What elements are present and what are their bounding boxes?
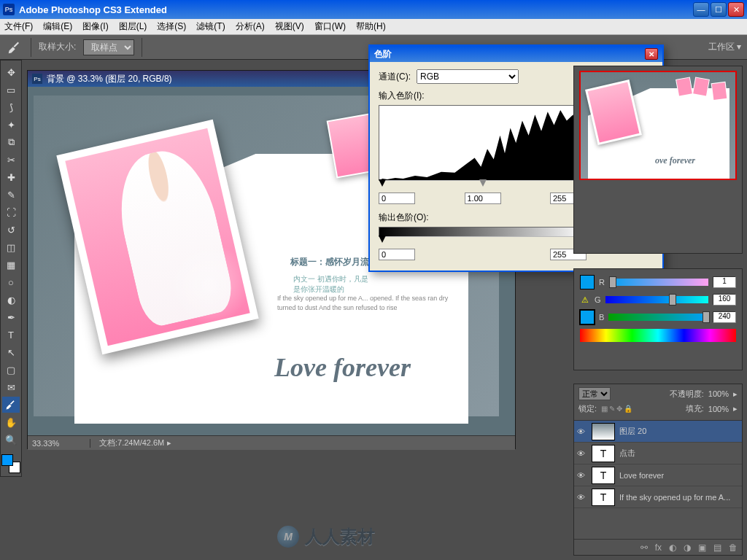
crop-tool[interactable]: ⧉ xyxy=(2,134,20,150)
output-black-slider[interactable] xyxy=(379,236,386,243)
menu-analysis[interactable]: 分析(A) xyxy=(236,20,265,33)
menu-image[interactable]: 图像(I) xyxy=(82,20,108,33)
layer-thumbnail[interactable]: T xyxy=(592,445,615,462)
group-icon[interactable]: ▣ xyxy=(698,542,706,553)
move-tool[interactable]: ✥ xyxy=(2,64,20,80)
path-tool[interactable]: ↖ xyxy=(2,344,20,360)
dialog-close-button[interactable]: ✕ xyxy=(645,48,658,60)
workspace-dropdown[interactable]: 工作区 ▾ xyxy=(708,41,741,53)
color-swatch-fg[interactable] xyxy=(580,275,595,289)
lock-all-icon[interactable]: 🔒 xyxy=(624,405,632,413)
fill-arrow-icon[interactable]: ▸ xyxy=(733,404,738,413)
adjustment-layer-icon[interactable]: ◑ xyxy=(684,542,691,553)
brush-tool[interactable]: ✎ xyxy=(2,187,20,203)
type-tool[interactable]: T xyxy=(2,327,20,343)
menu-help[interactable]: 帮助(H) xyxy=(356,20,386,33)
layer-mask-icon[interactable]: ◐ xyxy=(669,542,676,553)
color-swatch-bg[interactable] xyxy=(580,310,595,324)
navigator-thumbnail[interactable]: ove forever xyxy=(579,71,737,180)
black-point-slider[interactable] xyxy=(379,179,386,187)
opacity-arrow-icon[interactable]: ▸ xyxy=(733,389,738,399)
lasso-tool[interactable]: ⟆ xyxy=(2,99,20,115)
blend-mode-select[interactable]: 正常 xyxy=(578,387,611,400)
r-value[interactable]: 1 xyxy=(713,276,736,288)
input-gamma-field[interactable] xyxy=(465,192,501,204)
stamp-tool[interactable]: ⛶ xyxy=(2,204,20,220)
layer-row[interactable]: 👁 图层 20 xyxy=(574,421,742,443)
shape-tool[interactable]: ▢ xyxy=(2,362,20,378)
wand-tool[interactable]: ✦ xyxy=(2,117,20,133)
color-swatch[interactable] xyxy=(1,454,20,473)
dodge-tool[interactable]: ◐ xyxy=(2,292,20,308)
minimize-button[interactable]: — xyxy=(693,2,709,17)
close-button[interactable]: ✕ xyxy=(728,2,744,17)
menu-window[interactable]: 窗口(W) xyxy=(314,20,346,33)
popup-arrow-icon[interactable]: ▸ xyxy=(167,438,171,448)
hand-tool[interactable]: ✋ xyxy=(2,414,20,430)
output-black-field[interactable] xyxy=(379,249,415,260)
slice-tool[interactable]: ✂ xyxy=(2,152,20,168)
layers-list[interactable]: 👁 图层 20 👁 T 点击 👁 T Love forever 👁 T If t… xyxy=(574,421,742,539)
gamma-slider[interactable] xyxy=(479,179,487,187)
lock-paint-icon[interactable]: ✎ xyxy=(609,405,615,413)
b-value[interactable]: 240 xyxy=(713,311,736,323)
notes-tool[interactable]: ✉ xyxy=(2,379,20,395)
blur-tool[interactable]: ○ xyxy=(2,274,20,290)
g-value[interactable]: 160 xyxy=(713,294,736,306)
lock-move-icon[interactable]: ✥ xyxy=(616,405,622,413)
eraser-tool[interactable]: ◫ xyxy=(2,239,20,255)
channel-select[interactable]: RGB xyxy=(417,69,519,84)
opacity-value[interactable]: 100% xyxy=(708,389,729,398)
menu-filter[interactable]: 滤镜(T) xyxy=(196,20,225,33)
pen-tool[interactable]: ✒ xyxy=(2,309,20,325)
visibility-icon[interactable]: 👁 xyxy=(577,493,587,502)
visibility-icon[interactable]: 👁 xyxy=(577,471,587,480)
r-slider[interactable] xyxy=(609,279,708,286)
eyedropper-tool[interactable] xyxy=(2,397,20,413)
output-slider[interactable] xyxy=(379,236,587,246)
visibility-icon[interactable]: 👁 xyxy=(577,449,587,458)
menu-select[interactable]: 选择(S) xyxy=(157,20,186,33)
layer-thumbnail[interactable] xyxy=(592,423,615,440)
heal-tool[interactable]: ✚ xyxy=(2,169,20,185)
color-spectrum[interactable] xyxy=(580,329,736,342)
menu-layer[interactable]: 图层(L) xyxy=(119,20,147,33)
maximize-button[interactable]: ☐ xyxy=(711,2,727,17)
zoom-level[interactable]: 33.33% xyxy=(32,439,90,448)
dialog-titlebar[interactable]: 色阶 ✕ xyxy=(370,46,662,62)
menu-file[interactable]: 文件(F) xyxy=(4,20,33,33)
history-brush-tool[interactable]: ↺ xyxy=(2,222,20,238)
menu-view[interactable]: 视图(V) xyxy=(275,20,304,33)
layer-row[interactable]: 👁 T If the sky opened up for me A... xyxy=(574,486,742,508)
link-layers-icon[interactable]: ⚯ xyxy=(640,542,648,553)
b-slider[interactable] xyxy=(608,314,708,321)
sample-size-select[interactable]: 取样点 xyxy=(83,39,134,55)
layer-name[interactable]: If the sky opened up for me A... xyxy=(619,493,739,502)
input-slider[interactable] xyxy=(379,179,587,190)
fill-value[interactable]: 100% xyxy=(708,405,729,413)
foreground-color[interactable] xyxy=(1,454,13,466)
g-slider[interactable] xyxy=(605,296,708,303)
layer-name[interactable]: 图层 20 xyxy=(619,426,739,437)
lock-label: 锁定: xyxy=(578,403,597,414)
document-size: 文档:7.24M/42.6M xyxy=(99,438,164,448)
gradient-tool[interactable]: ▦ xyxy=(2,257,20,273)
layer-row[interactable]: 👁 T Love forever xyxy=(574,464,742,486)
new-layer-icon[interactable]: ▤ xyxy=(713,542,721,553)
sample-size-label: 取样大小: xyxy=(39,41,76,53)
marquee-tool[interactable]: ▭ xyxy=(2,82,20,98)
histogram xyxy=(379,105,587,181)
visibility-icon[interactable]: 👁 xyxy=(577,427,587,436)
layer-style-icon[interactable]: fx xyxy=(655,542,662,553)
lock-transparency-icon[interactable]: ▦ xyxy=(601,405,608,413)
zoom-tool[interactable]: 🔍 xyxy=(2,432,20,448)
gamut-warning-icon[interactable]: ⚠ xyxy=(580,295,590,305)
layer-row[interactable]: 👁 T 点击 xyxy=(574,443,742,464)
input-black-field[interactable] xyxy=(379,192,415,204)
layer-thumbnail[interactable]: T xyxy=(592,489,615,506)
menu-edit[interactable]: 编辑(E) xyxy=(43,20,72,33)
delete-layer-icon[interactable]: 🗑 xyxy=(729,542,738,553)
layer-name[interactable]: Love forever xyxy=(619,471,739,480)
layer-thumbnail[interactable]: T xyxy=(592,467,615,484)
layer-name[interactable]: 点击 xyxy=(619,448,739,459)
